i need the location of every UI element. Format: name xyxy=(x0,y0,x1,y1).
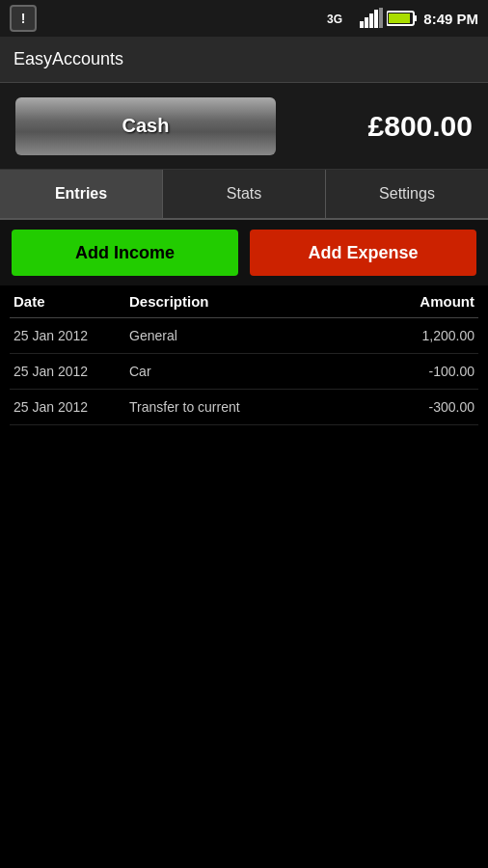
table-row[interactable]: 25 Jan 2012 Transfer to current -300.00 xyxy=(10,390,478,425)
3g-icon: 3G xyxy=(327,8,356,29)
account-selector-button[interactable]: Cash xyxy=(15,97,276,155)
battery-icon xyxy=(387,10,418,27)
add-income-button[interactable]: Add Income xyxy=(12,230,238,276)
entry-amount: -100.00 xyxy=(368,364,474,379)
column-header-amount: Amount xyxy=(368,293,474,310)
status-time: 8:49 PM xyxy=(423,11,478,27)
svg-rect-7 xyxy=(414,15,417,21)
app-titlebar: EasyAccounts xyxy=(0,37,488,83)
signal-bars-icon xyxy=(360,8,383,29)
tab-stats[interactable]: Stats xyxy=(163,170,326,218)
svg-rect-1 xyxy=(360,21,364,28)
svg-rect-8 xyxy=(389,14,410,23)
entry-date: 25 Jan 2012 xyxy=(14,328,129,343)
status-bar: ! 3G 8:49 PM xyxy=(0,0,488,37)
table-row[interactable]: 25 Jan 2012 General 1,200.00 xyxy=(10,318,478,354)
tab-entries[interactable]: Entries xyxy=(0,170,163,218)
account-section: Cash £800.00 xyxy=(0,83,488,170)
add-expense-button[interactable]: Add Expense xyxy=(250,230,476,276)
svg-rect-3 xyxy=(369,14,373,28)
entry-amount: 1,200.00 xyxy=(368,328,474,343)
app-title-text: EasyAccounts xyxy=(14,49,123,69)
svg-rect-2 xyxy=(365,17,368,28)
entry-amount: -300.00 xyxy=(368,399,474,415)
svg-rect-5 xyxy=(379,8,383,28)
svg-text:3G: 3G xyxy=(327,13,342,26)
notification-icon: ! xyxy=(10,5,37,32)
entry-description: General xyxy=(129,328,368,343)
svg-rect-4 xyxy=(374,10,378,28)
status-right: 3G 8:49 PM xyxy=(327,8,478,29)
tab-settings[interactable]: Settings xyxy=(326,170,488,218)
table-header: Date Description Amount xyxy=(10,285,478,318)
account-balance: £800.00 xyxy=(368,110,473,143)
entry-description: Car xyxy=(129,364,368,379)
signal-icons: 3G xyxy=(327,8,418,29)
entries-table: Date Description Amount 25 Jan 2012 Gene… xyxy=(0,285,488,425)
entry-date: 25 Jan 2012 xyxy=(14,364,129,379)
column-header-date: Date xyxy=(14,293,129,310)
action-buttons-container: Add Income Add Expense xyxy=(0,220,488,285)
entry-description: Transfer to current xyxy=(129,399,368,415)
status-left: ! xyxy=(10,5,37,32)
entry-date: 25 Jan 2012 xyxy=(14,399,129,415)
column-header-description: Description xyxy=(129,293,368,310)
table-row[interactable]: 25 Jan 2012 Car -100.00 xyxy=(10,354,478,390)
tab-bar: Entries Stats Settings xyxy=(0,170,488,220)
